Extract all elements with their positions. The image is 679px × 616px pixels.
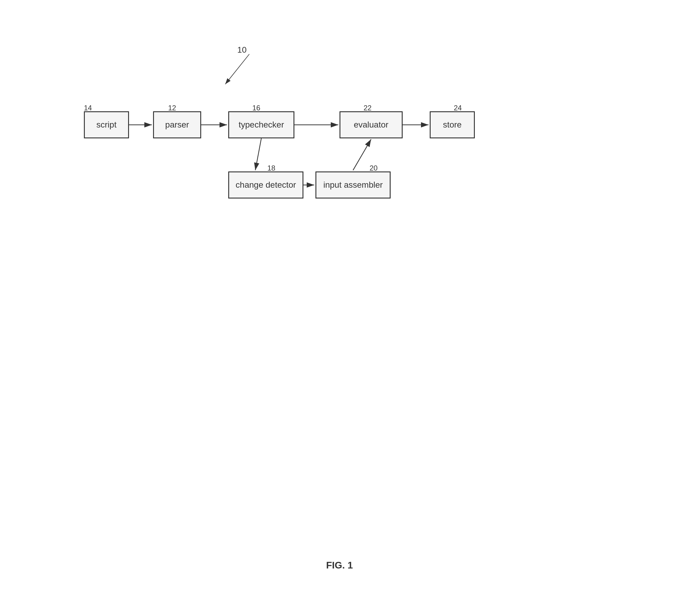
ref-parser: 12 — [168, 104, 176, 112]
label-change-detector: change detector — [236, 180, 296, 190]
ref-input-assembler: 20 — [369, 164, 378, 172]
ref-script: 14 — [84, 104, 92, 112]
box-change-detector: change detector — [228, 171, 303, 198]
ref-label-10: 10 — [237, 45, 247, 55]
ref-store: 24 — [454, 104, 462, 112]
box-script: script — [84, 111, 129, 138]
label-input-assembler: input assembler — [323, 180, 383, 190]
arrow-typechecker-changedetector — [255, 138, 261, 170]
label-typechecker: typechecker — [239, 120, 284, 130]
ref-change-detector: 18 — [267, 164, 276, 172]
ref10-arrow — [225, 54, 249, 84]
diagram-container: 10 script 14 parser 12 typechecker 16 ev… — [69, 45, 610, 316]
ref-typechecker: 16 — [252, 104, 260, 112]
box-evaluator: evaluator — [340, 111, 402, 138]
ref-evaluator: 22 — [363, 104, 372, 112]
box-parser: parser — [153, 111, 201, 138]
label-evaluator: evaluator — [354, 120, 388, 130]
box-typechecker: typechecker — [228, 111, 294, 138]
label-script: script — [97, 120, 117, 130]
box-input-assembler: input assembler — [316, 171, 391, 198]
box-store: store — [430, 111, 475, 138]
figure-label: FIG. 1 — [326, 560, 353, 571]
arrow-inputassembler-evaluator — [353, 139, 371, 170]
label-parser: parser — [165, 120, 189, 130]
label-store: store — [443, 120, 461, 130]
